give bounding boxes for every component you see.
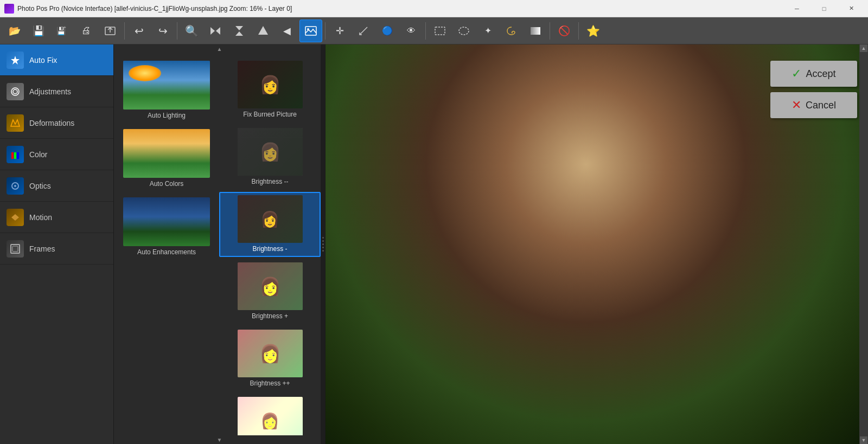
zoom-button[interactable]: 🔍: [180, 20, 203, 42]
brightness-p-thumb: 👩: [238, 262, 303, 310]
save-as-button[interactable]: 💾+: [51, 20, 74, 42]
brightness-mm-label: Brightness --: [251, 178, 288, 185]
sidebar-label-auto-fix: Auto Fix: [29, 56, 57, 65]
svg-marker-6: [258, 26, 268, 35]
left-sidebar: Auto Fix Adjustments Deformations Color …: [0, 44, 114, 444]
flip-h-button[interactable]: [204, 20, 227, 42]
deformations-icon: [7, 114, 24, 132]
svg-point-12: [11, 88, 19, 95]
svg-point-10: [459, 27, 469, 35]
close-button[interactable]: ✕: [839, 1, 864, 17]
svg-marker-2: [210, 27, 215, 35]
lasso-button[interactable]: [500, 20, 523, 42]
scroll-up[interactable]: ▲: [860, 44, 867, 52]
fix-burned-label: Fix Burned Picture: [243, 111, 297, 118]
motion-icon: [7, 209, 24, 226]
sidebar-label-adjustments: Adjustments: [29, 87, 71, 96]
sidebar-item-deformations[interactable]: Deformations: [0, 107, 113, 139]
maximize-button[interactable]: □: [812, 1, 837, 17]
mid-panel-resize-handle[interactable]: [321, 44, 325, 444]
measure-button[interactable]: [352, 20, 375, 42]
ellipse-select-button[interactable]: [452, 20, 475, 42]
sidebar-item-motion[interactable]: Motion: [0, 202, 113, 233]
mid-panel: ▲ Auto Lighting Auto Colors: [114, 44, 326, 444]
preset-auto-colors[interactable]: Auto Colors: [118, 126, 215, 192]
undo-button[interactable]: ↩: [127, 20, 150, 42]
preset-brightness-mm[interactable]: 👩 Brightness --: [219, 125, 321, 190]
svg-marker-4: [235, 26, 243, 30]
optics-icon: [7, 177, 24, 195]
resize-dots: [322, 237, 324, 252]
adjustments-icon: [7, 83, 24, 100]
crosshair-button[interactable]: ✛: [328, 20, 351, 42]
sidebar-item-optics[interactable]: Optics: [0, 170, 113, 202]
star-button[interactable]: ⭐: [582, 20, 604, 42]
app-icon: [4, 4, 14, 14]
preset-brightness-pp[interactable]: 👩 Brightness ++: [219, 326, 321, 391]
gradient-button[interactable]: [524, 20, 547, 42]
window-controls: ─ □ ✕: [784, 1, 864, 17]
minimize-button[interactable]: ─: [784, 1, 809, 17]
sidebar-item-frames[interactable]: Frames: [0, 233, 113, 265]
rotate-button[interactable]: [252, 20, 275, 42]
toolbar: 📂 💾 💾+ 🖨 ↩ ↪ 🔍 ◀ ✛ 🔵 👁: [0, 17, 868, 44]
arrow-left-button[interactable]: ◀: [276, 20, 298, 42]
magic-wand-button[interactable]: ✦: [476, 20, 499, 42]
auto-enhancements-label: Auto Enhancements: [137, 248, 196, 256]
svg-marker-3: [216, 27, 220, 35]
sidebar-label-optics: Optics: [29, 182, 51, 190]
ban-button[interactable]: 🚫: [553, 20, 576, 42]
sidebar-label-color: Color: [29, 150, 47, 159]
sep2: [177, 22, 177, 40]
brightness-extra-thumb: 👩: [238, 397, 303, 435]
scroll-down-arrow[interactable]: ▼: [114, 435, 325, 444]
sidebar-item-adjustments[interactable]: Adjustments: [0, 76, 113, 107]
brightness-m-thumb: 👩: [238, 195, 303, 243]
svg-rect-9: [435, 27, 445, 35]
vertical-scrollbar[interactable]: ▲ ▼: [859, 44, 868, 444]
preset-auto-enhancements[interactable]: Auto Enhancements: [118, 194, 215, 260]
cancel-label: Cancel: [806, 100, 836, 111]
preset-fix-burned[interactable]: 👩 Fix Burned Picture: [219, 57, 321, 123]
sep3: [325, 22, 326, 40]
svg-rect-11: [531, 27, 540, 35]
flip-v-button[interactable]: [228, 20, 251, 42]
scroll-down[interactable]: ▼: [860, 436, 867, 444]
brightness-pp-label: Brightness ++: [250, 379, 290, 387]
accept-icon: ✓: [792, 67, 801, 81]
preset-auto-lighting[interactable]: Auto Lighting: [118, 57, 215, 124]
auto-lighting-thumb: [123, 61, 210, 110]
svg-rect-14: [11, 152, 14, 159]
preset-brightness-extra[interactable]: 👩 Brightness +++: [219, 394, 321, 435]
cancel-button[interactable]: ✕ Cancel: [770, 92, 857, 118]
rect-select-button[interactable]: [429, 20, 451, 42]
image-button[interactable]: [299, 20, 322, 42]
auto-lighting-label: Auto Lighting: [148, 112, 186, 119]
accept-button[interactable]: ✓ Accept: [770, 61, 857, 87]
svg-point-18: [14, 185, 16, 187]
preset-brightness-m[interactable]: 👩 Brightness -: [219, 192, 321, 257]
color-icon: [7, 146, 24, 163]
scroll-up-arrow[interactable]: ▲: [114, 44, 325, 53]
main-content: Auto Fix Adjustments Deformations Color …: [0, 44, 868, 444]
open-button[interactable]: 📂: [3, 20, 26, 42]
svg-point-8: [307, 28, 309, 30]
auto-fix-icon: [7, 52, 24, 69]
canvas-area[interactable]: ✓ Accept ✕ Cancel ▲ ▼: [326, 44, 868, 444]
export-button[interactable]: [99, 20, 122, 42]
sidebar-item-auto-fix[interactable]: Auto Fix: [0, 44, 113, 76]
sep6: [578, 22, 579, 40]
auto-colors-label: Auto Colors: [150, 180, 184, 188]
save-button[interactable]: 💾: [27, 20, 50, 42]
print-button[interactable]: 🖨: [75, 20, 98, 42]
brightness-p-label: Brightness +: [252, 312, 288, 320]
eye-button[interactable]: 👁: [400, 20, 423, 42]
sep1: [124, 22, 125, 40]
cancel-icon: ✕: [792, 98, 801, 112]
sidebar-item-color[interactable]: Color: [0, 139, 113, 170]
svg-rect-15: [14, 152, 16, 159]
svg-rect-20: [12, 246, 18, 252]
redo-button[interactable]: ↪: [151, 20, 174, 42]
preset-brightness-p[interactable]: 👩 Brightness +: [219, 259, 321, 324]
stamp-button[interactable]: 🔵: [376, 20, 399, 42]
